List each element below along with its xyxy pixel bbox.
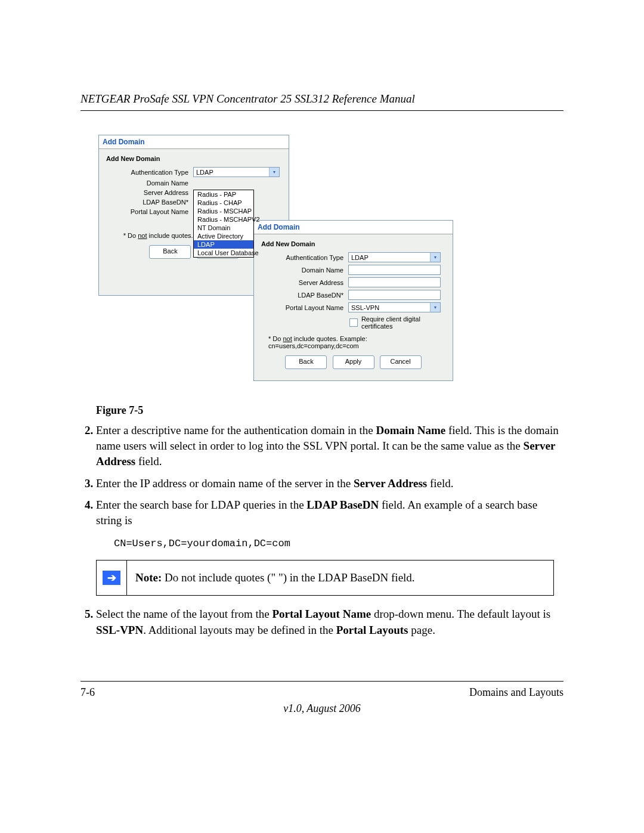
server-address-label: Server Address [254, 279, 348, 286]
cancel-button[interactable]: Cancel [380, 355, 422, 369]
page-header: NETGEAR ProSafe SSL VPN Concentrator 25 … [80, 92, 564, 106]
ldap-basedn-label: LDAP BaseDN* [99, 199, 193, 206]
chevron-down-icon: ▾ [430, 303, 440, 312]
dropdown-option[interactable]: Radius - MSCHAPV2 [194, 215, 253, 224]
server-address-label: Server Address [99, 189, 193, 196]
chevron-down-icon: ▾ [269, 168, 279, 176]
instruction-list: Enter a descriptive name for the authent… [80, 423, 564, 528]
auth-type-dropdown[interactable]: Radius - PAP Radius - CHAP Radius - MSCH… [193, 190, 254, 258]
page-footer: 7-6 Domains and Layouts [80, 686, 564, 699]
section-name: Domains and Layouts [469, 686, 564, 699]
note-box: ➔ Note: Do not include quotes (" ") in t… [96, 560, 554, 596]
server-address-input[interactable] [348, 277, 441, 287]
dropdown-option[interactable]: Active Directory [194, 232, 253, 240]
add-domain-panel-b: Add Domain Add New Domain Authentication… [253, 220, 453, 381]
page-number: 7-6 [80, 686, 95, 699]
panel-title: Add Domain [99, 135, 289, 149]
footer-rule [80, 681, 564, 682]
dropdown-option[interactable]: NT Domain [194, 224, 253, 232]
chevron-down-icon: ▾ [430, 253, 440, 262]
arrow-right-icon: ➔ [103, 571, 120, 585]
dropdown-option[interactable]: Radius - PAP [194, 190, 253, 199]
step-2: Enter a descriptive name for the authent… [96, 423, 564, 470]
apply-button[interactable]: Apply [333, 355, 374, 369]
panel-subtitle: Add New Domain [99, 149, 289, 166]
dropdown-option[interactable]: Radius - MSCHAP [194, 207, 253, 215]
auth-type-select[interactable]: LDAP ▾ [348, 252, 441, 262]
dropdown-option-selected[interactable]: LDAP [194, 240, 253, 249]
dropdown-option[interactable]: Local User Database [194, 249, 253, 257]
step-4: Enter the search base for LDAP queries i… [96, 497, 564, 528]
portal-layout-select[interactable]: SSL-VPN ▾ [348, 302, 441, 312]
portal-layout-label: Portal Layout Name [254, 304, 348, 311]
ldap-basedn-input[interactable] [348, 290, 441, 300]
panel-title: Add Domain [254, 221, 453, 234]
instruction-list: Select the name of the layout from the P… [80, 606, 564, 637]
step-3: Enter the IP address or domain name of t… [96, 476, 564, 491]
require-cert-checkbox[interactable] [349, 318, 358, 327]
code-example: CN=Users,DC=yourdomain,DC=com [114, 538, 564, 549]
auth-type-value: LDAP [351, 254, 369, 261]
domain-name-label: Domain Name [99, 179, 193, 187]
domain-name-input[interactable] [348, 265, 441, 275]
note-text: Note: Do not include quotes (" ") in the… [127, 561, 423, 595]
figure-screenshot: Add Domain Add New Domain Authentication… [80, 135, 564, 385]
auth-type-select[interactable]: LDAP ▾ [193, 167, 280, 177]
portal-layout-value: SSL-VPN [351, 304, 379, 311]
auth-type-label: Authentication Type [254, 254, 348, 261]
back-button[interactable]: Back [285, 355, 327, 369]
figure-caption: Figure 7-5 [96, 404, 564, 417]
header-rule [80, 110, 564, 111]
ldap-basedn-label: LDAP BaseDN* [254, 292, 348, 299]
panel-subtitle: Add New Domain [254, 234, 453, 251]
dropdown-option[interactable]: Radius - CHAP [194, 199, 253, 207]
portal-layout-label: Portal Layout Name [99, 208, 193, 215]
auth-type-value: LDAP [196, 169, 213, 176]
back-button[interactable]: Back [149, 245, 191, 259]
domain-name-label: Domain Name [254, 267, 348, 274]
require-cert-label: Require client digital certificates [361, 315, 453, 330]
hint-text: * Do not include quotes. Example: cn=use… [254, 332, 453, 355]
step-5: Select the name of the layout from the P… [96, 606, 564, 637]
version-line: v1.0, August 2006 [80, 702, 564, 715]
auth-type-label: Authentication Type [99, 169, 193, 176]
